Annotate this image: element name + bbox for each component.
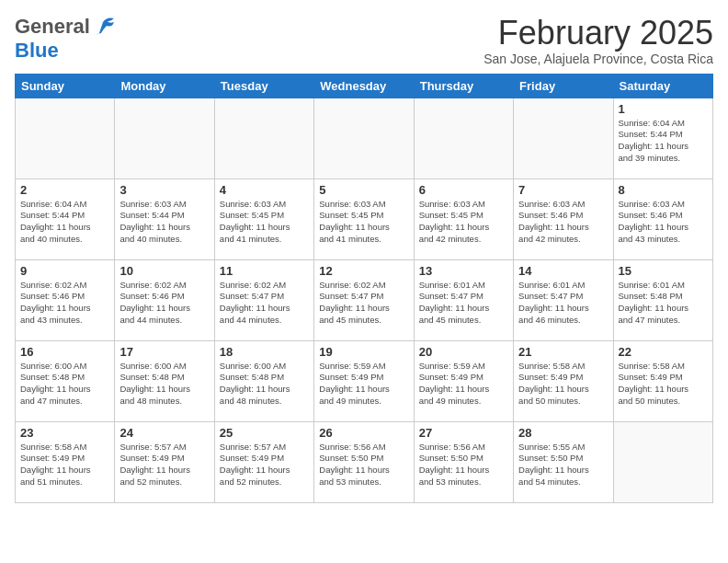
title-area: February 2025 San Jose, Alajuela Provinc… <box>483 15 713 66</box>
day-info: Sunrise: 5:59 AM Sunset: 5:49 PM Dayligh… <box>419 361 508 408</box>
day-number: 22 <box>619 345 708 359</box>
day-number: 2 <box>20 183 109 197</box>
day-number: 17 <box>119 345 209 359</box>
day-number: 27 <box>419 426 508 440</box>
day-info: Sunrise: 6:01 AM Sunset: 5:47 PM Dayligh… <box>419 280 508 327</box>
day-info: Sunrise: 6:03 AM Sunset: 5:45 PM Dayligh… <box>419 199 508 246</box>
day-number: 23 <box>20 426 109 440</box>
day-number: 10 <box>119 264 209 278</box>
logo-blue-text: Blue <box>15 39 59 62</box>
day-info: Sunrise: 5:57 AM Sunset: 5:49 PM Dayligh… <box>119 442 209 488</box>
day-number: 6 <box>419 183 508 197</box>
logo: General Blue <box>15 15 118 63</box>
day-number: 5 <box>319 183 408 197</box>
day-number: 9 <box>20 264 109 278</box>
weekday-header-saturday: Saturday <box>613 74 712 98</box>
weekday-header-sunday: Sunday <box>16 74 115 98</box>
calendar-cell: 26Sunrise: 5:56 AM Sunset: 5:50 PM Dayli… <box>314 421 414 502</box>
day-number: 19 <box>319 345 408 359</box>
page-header: General Blue February 2025 San Jose, Ala… <box>15 15 713 66</box>
day-info: Sunrise: 5:58 AM Sunset: 5:49 PM Dayligh… <box>518 361 608 408</box>
day-number: 25 <box>220 426 309 440</box>
day-number: 3 <box>119 183 209 197</box>
calendar-cell: 22Sunrise: 5:58 AM Sunset: 5:49 PM Dayli… <box>613 340 712 421</box>
calendar-cell: 10Sunrise: 6:02 AM Sunset: 5:46 PM Dayli… <box>115 259 214 340</box>
calendar-cell: 17Sunrise: 6:00 AM Sunset: 5:48 PM Dayli… <box>115 340 214 421</box>
day-number: 15 <box>619 264 708 278</box>
day-info: Sunrise: 5:58 AM Sunset: 5:49 PM Dayligh… <box>20 442 109 488</box>
day-number: 14 <box>518 264 608 278</box>
day-number: 20 <box>419 345 508 359</box>
calendar-cell <box>16 98 115 178</box>
calendar-cell: 25Sunrise: 5:57 AM Sunset: 5:49 PM Dayli… <box>214 421 313 502</box>
calendar-week-row: 16Sunrise: 6:00 AM Sunset: 5:48 PM Dayli… <box>16 340 713 421</box>
day-info: Sunrise: 5:56 AM Sunset: 5:50 PM Dayligh… <box>419 442 508 488</box>
day-info: Sunrise: 6:04 AM Sunset: 5:44 PM Dayligh… <box>619 118 708 165</box>
calendar-cell: 8Sunrise: 6:03 AM Sunset: 5:46 PM Daylig… <box>613 178 712 259</box>
calendar-cell: 20Sunrise: 5:59 AM Sunset: 5:49 PM Dayli… <box>414 340 513 421</box>
calendar-cell: 23Sunrise: 5:58 AM Sunset: 5:49 PM Dayli… <box>16 421 115 502</box>
calendar-cell: 13Sunrise: 6:01 AM Sunset: 5:47 PM Dayli… <box>414 259 513 340</box>
location-subtitle: San Jose, Alajuela Province, Costa Rica <box>483 52 713 66</box>
calendar-cell: 24Sunrise: 5:57 AM Sunset: 5:49 PM Dayli… <box>115 421 214 502</box>
calendar-cell: 19Sunrise: 5:59 AM Sunset: 5:49 PM Dayli… <box>314 340 414 421</box>
calendar-cell: 5Sunrise: 6:03 AM Sunset: 5:45 PM Daylig… <box>314 178 414 259</box>
calendar-cell <box>214 98 313 178</box>
calendar-week-row: 9Sunrise: 6:02 AM Sunset: 5:46 PM Daylig… <box>16 259 713 340</box>
day-number: 13 <box>419 264 508 278</box>
day-info: Sunrise: 5:55 AM Sunset: 5:50 PM Dayligh… <box>518 442 608 488</box>
day-info: Sunrise: 6:03 AM Sunset: 5:45 PM Dayligh… <box>319 199 408 246</box>
calendar-cell: 3Sunrise: 6:03 AM Sunset: 5:44 PM Daylig… <box>115 178 214 259</box>
calendar-cell: 2Sunrise: 6:04 AM Sunset: 5:44 PM Daylig… <box>16 178 115 259</box>
day-info: Sunrise: 5:58 AM Sunset: 5:49 PM Dayligh… <box>619 361 708 408</box>
calendar-cell <box>115 98 214 178</box>
day-number: 28 <box>518 426 608 440</box>
calendar-cell: 15Sunrise: 6:01 AM Sunset: 5:48 PM Dayli… <box>613 259 712 340</box>
day-number: 18 <box>220 345 309 359</box>
calendar-cell <box>613 421 712 502</box>
logo-bird-icon <box>94 17 118 37</box>
day-info: Sunrise: 6:00 AM Sunset: 5:48 PM Dayligh… <box>20 361 109 408</box>
day-info: Sunrise: 6:03 AM Sunset: 5:46 PM Dayligh… <box>518 199 608 246</box>
day-number: 8 <box>619 183 708 197</box>
calendar-cell: 16Sunrise: 6:00 AM Sunset: 5:48 PM Dayli… <box>16 340 115 421</box>
calendar-cell: 14Sunrise: 6:01 AM Sunset: 5:47 PM Dayli… <box>514 259 613 340</box>
calendar-week-row: 1Sunrise: 6:04 AM Sunset: 5:44 PM Daylig… <box>16 98 713 178</box>
calendar-week-row: 23Sunrise: 5:58 AM Sunset: 5:49 PM Dayli… <box>16 421 713 502</box>
weekday-header-row: SundayMondayTuesdayWednesdayThursdayFrid… <box>16 74 713 98</box>
day-info: Sunrise: 6:03 AM Sunset: 5:45 PM Dayligh… <box>220 199 309 246</box>
weekday-header-wednesday: Wednesday <box>314 74 414 98</box>
day-info: Sunrise: 5:59 AM Sunset: 5:49 PM Dayligh… <box>319 361 408 408</box>
day-info: Sunrise: 6:00 AM Sunset: 5:48 PM Dayligh… <box>119 361 209 408</box>
weekday-header-monday: Monday <box>115 74 214 98</box>
calendar-cell: 9Sunrise: 6:02 AM Sunset: 5:46 PM Daylig… <box>16 259 115 340</box>
day-info: Sunrise: 6:00 AM Sunset: 5:48 PM Dayligh… <box>220 361 309 408</box>
logo-general-text: General <box>15 15 90 39</box>
day-info: Sunrise: 5:57 AM Sunset: 5:49 PM Dayligh… <box>220 442 309 488</box>
day-info: Sunrise: 6:01 AM Sunset: 5:47 PM Dayligh… <box>518 280 608 327</box>
day-number: 7 <box>518 183 608 197</box>
calendar-cell: 1Sunrise: 6:04 AM Sunset: 5:44 PM Daylig… <box>613 98 712 178</box>
calendar-cell: 11Sunrise: 6:02 AM Sunset: 5:47 PM Dayli… <box>214 259 313 340</box>
calendar-cell: 21Sunrise: 5:58 AM Sunset: 5:49 PM Dayli… <box>514 340 613 421</box>
calendar-cell <box>414 98 513 178</box>
calendar-cell <box>314 98 414 178</box>
calendar-cell <box>514 98 613 178</box>
day-number: 16 <box>20 345 109 359</box>
day-number: 24 <box>119 426 209 440</box>
calendar-cell: 18Sunrise: 6:00 AM Sunset: 5:48 PM Dayli… <box>214 340 313 421</box>
day-number: 21 <box>518 345 608 359</box>
calendar-cell: 28Sunrise: 5:55 AM Sunset: 5:50 PM Dayli… <box>514 421 613 502</box>
weekday-header-friday: Friday <box>514 74 613 98</box>
calendar-cell: 27Sunrise: 5:56 AM Sunset: 5:50 PM Dayli… <box>414 421 513 502</box>
day-number: 1 <box>619 102 708 116</box>
day-info: Sunrise: 6:02 AM Sunset: 5:47 PM Dayligh… <box>319 280 408 327</box>
calendar-cell: 7Sunrise: 6:03 AM Sunset: 5:46 PM Daylig… <box>514 178 613 259</box>
calendar-week-row: 2Sunrise: 6:04 AM Sunset: 5:44 PM Daylig… <box>16 178 713 259</box>
day-number: 4 <box>220 183 309 197</box>
month-title: February 2025 <box>483 15 713 52</box>
day-info: Sunrise: 6:03 AM Sunset: 5:46 PM Dayligh… <box>619 199 708 246</box>
day-info: Sunrise: 6:02 AM Sunset: 5:47 PM Dayligh… <box>220 280 309 327</box>
day-number: 26 <box>319 426 408 440</box>
day-info: Sunrise: 6:02 AM Sunset: 5:46 PM Dayligh… <box>119 280 209 327</box>
